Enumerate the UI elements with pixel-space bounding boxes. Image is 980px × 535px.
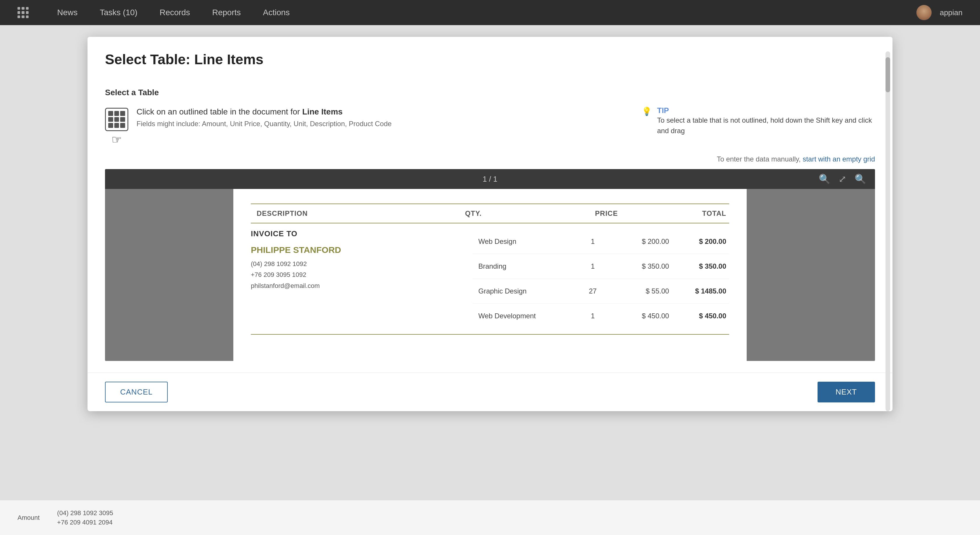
col-description: DESCRIPTION [251, 209, 437, 217]
client-phone2: +76 209 3095 1092 [251, 269, 362, 280]
nav-logo [18, 7, 29, 18]
zoom-in-button[interactable]: 🔍 [854, 174, 866, 185]
client-phone1: (04) 298 1092 1092 [251, 259, 362, 269]
info-row: ☞ Click on an outlined table in the docu… [105, 106, 875, 146]
zoom-out-button[interactable]: 🔍 [819, 174, 830, 185]
row-price-3: $ 450.00 [612, 312, 669, 320]
username-label: appian [940, 8, 963, 17]
empty-grid-row: To enter the data manually, start with a… [105, 155, 875, 163]
nav-right: appian [916, 5, 963, 20]
row-total-1: $ 350.00 [669, 262, 729, 270]
tip-box: 💡 TIP To select a table that is not outl… [642, 106, 875, 136]
amount-label: Amount [18, 514, 40, 522]
row-qty-3: 1 [574, 312, 612, 320]
invoice-to-section: INVOICE TO PHILIPPE STANFORD (04) 298 10… [251, 229, 362, 328]
empty-grid-link[interactable]: start with an empty grid [803, 155, 875, 163]
row-qty-1: 1 [574, 262, 612, 270]
row-price-0: $ 200.00 [612, 238, 669, 246]
row-desc-1: Branding [473, 262, 574, 270]
col-total: TOTAL [618, 209, 729, 217]
cancel-button[interactable]: CANCEL [105, 382, 168, 402]
avatar [916, 5, 932, 20]
doc-viewer: 1 / 1 🔍 ⤢ 🔍 DESCR [105, 169, 875, 361]
tip-text: To select a table that is not outlined, … [657, 115, 875, 136]
invoice-table-area[interactable]: DESCRIPTION QTY. PRICE TOTAL INVOICE TO [251, 204, 729, 335]
row-price-2: $ 55.00 [612, 287, 669, 295]
grid-icon [18, 7, 29, 18]
row-total-2: $ 1485.00 [669, 287, 729, 295]
bottom-phone1: (04) 298 1092 3095 [57, 509, 113, 517]
bottom-bar-col-2: (04) 298 1092 3095 +76 209 4091 2094 [57, 509, 113, 526]
line-items-label: Line Items [302, 107, 342, 116]
row-qty-2: 27 [574, 287, 612, 295]
nav-item-news[interactable]: News [46, 0, 89, 25]
tip-label: TIP [657, 106, 669, 115]
row-desc-3: Web Development [473, 312, 574, 320]
select-table-label: Select a Table [105, 88, 875, 97]
tip-lightbulb-icon: 💡 [642, 107, 652, 116]
bottom-bar-col-1: Amount [18, 514, 40, 522]
doc-toolbar-controls: 🔍 ⤢ 🔍 [819, 174, 866, 185]
tip-content: TIP To select a table that is not outlin… [657, 106, 875, 136]
fullscreen-button[interactable]: ⤢ [838, 174, 846, 185]
row-desc-2: Graphic Design [473, 287, 574, 295]
bottom-phone2: +76 209 4091 2094 [57, 519, 113, 526]
doc-left-margin [105, 189, 233, 361]
invoice-body: INVOICE TO PHILIPPE STANFORD (04) 298 10… [251, 229, 729, 328]
main-area: Select Table: Line Items Select a Table … [0, 25, 980, 535]
modal-title: Select Table: Line Items [105, 51, 875, 67]
invoice-table-header: DESCRIPTION QTY. PRICE TOTAL [251, 204, 729, 224]
modal: Select Table: Line Items Select a Table … [88, 37, 892, 411]
modal-footer: CANCEL NEXT [88, 373, 892, 411]
page-info: 1 / 1 [483, 175, 498, 184]
row-total-3: $ 450.00 [669, 312, 729, 320]
client-info: (04) 298 1092 1092 +76 209 3095 1092 phi… [251, 259, 362, 291]
table-row: Branding 1 $ 350.00 $ 350.00 [473, 254, 729, 279]
table-row: Web Development 1 $ 450.00 $ 450.00 [473, 304, 729, 328]
cursor-icon: ☞ [111, 133, 122, 146]
info-sub: Fields might include: Amount, Unit Price… [137, 120, 624, 128]
bottom-bar: Amount (04) 298 1092 3095 +76 209 4091 2… [0, 500, 980, 535]
nav-item-records[interactable]: Records [148, 0, 201, 25]
next-button[interactable]: NEXT [818, 382, 875, 402]
table-grid-icon [105, 108, 128, 131]
col-qty: QTY. [437, 209, 509, 217]
nav-item-tasks[interactable]: Tasks (10) [89, 0, 148, 25]
info-text: Click on an outlined table in the docume… [137, 106, 624, 128]
modal-header: Select Table: Line Items [88, 37, 892, 76]
table-row: Graphic Design 27 $ 55.00 $ 1485.00 [473, 279, 729, 304]
row-qty-0: 1 [574, 238, 612, 246]
top-nav: News Tasks (10) Records Reports Actions … [0, 0, 980, 25]
table-row: Web Design 1 $ 200.00 $ 200.00 [473, 229, 729, 254]
nav-item-actions[interactable]: Actions [252, 0, 301, 25]
doc-toolbar: 1 / 1 🔍 ⤢ 🔍 [105, 169, 875, 189]
info-left: ☞ Click on an outlined table in the docu… [105, 106, 624, 146]
invoice-bottom-line [251, 334, 729, 335]
row-price-1: $ 350.00 [612, 262, 669, 270]
row-desc-0: Web Design [473, 238, 574, 246]
invoice-rows: Web Design 1 $ 200.00 $ 200.00 Branding … [473, 229, 729, 328]
modal-body: Select a Table ☞ Click on an outl [88, 76, 892, 373]
doc-right-margin [747, 189, 875, 361]
invoice-to-label: INVOICE TO [251, 229, 362, 238]
client-name: PHILIPPE STANFORD [251, 244, 362, 256]
doc-center[interactable]: DESCRIPTION QTY. PRICE TOTAL INVOICE TO [233, 189, 747, 361]
client-email: philstanford@email.com [251, 280, 362, 291]
col-price: PRICE [509, 209, 618, 217]
info-main: Click on an outlined table in the docume… [137, 106, 624, 117]
doc-content: DESCRIPTION QTY. PRICE TOTAL INVOICE TO [105, 189, 875, 361]
row-total-0: $ 200.00 [669, 238, 729, 246]
nav-item-reports[interactable]: Reports [201, 0, 252, 25]
